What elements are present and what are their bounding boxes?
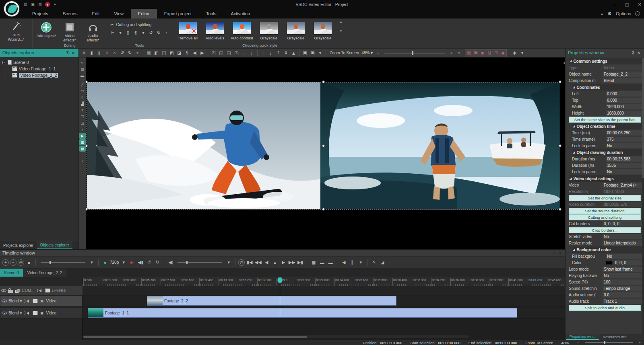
volume-dropdown-icon[interactable]: ▾ (225, 259, 232, 267)
bounds-icon[interactable]: ▣ (472, 49, 479, 57)
selection-handle[interactable] (86, 144, 88, 147)
new-project-icon[interactable]: ▤ (23, 2, 28, 7)
ellipse-tool-icon[interactable]: ○ (79, 94, 86, 100)
marker-a-icon[interactable]: ▬ (318, 259, 326, 267)
speaker-icon[interactable] (36, 289, 41, 292)
quick-style-grayscale[interactable]: Grayscale (310, 22, 335, 40)
speaker-icon[interactable]: ◀) (167, 259, 174, 267)
property-value[interactable]: No (603, 273, 643, 278)
tl-more-dropdown-icon[interactable]: ▾ (88, 259, 95, 267)
add-audio-tool-icon[interactable]: ▩ (79, 146, 86, 152)
close-panel-icon[interactable]: ✕ (557, 251, 563, 255)
fit-top-icon[interactable]: ◰ (210, 49, 217, 57)
timeline-horizontal-scrollbar[interactable] (83, 335, 469, 338)
close-panel-icon[interactable]: ✕ (70, 51, 76, 55)
add-video-tool-icon[interactable]: ▶ (79, 133, 86, 139)
tl-zoom-in-icon[interactable]: + (2, 259, 9, 266)
slider-knob[interactable] (186, 261, 188, 264)
slider-knob[interactable] (50, 261, 51, 264)
property-value[interactable]: Footage_2_2 (603, 72, 643, 77)
collapse-ribbon-icon[interactable]: ▲ (600, 12, 603, 16)
tl-stop-icon[interactable]: ■ (25, 259, 33, 267)
pin-icon[interactable]: ⊼ (65, 51, 70, 55)
rectangle-tool-icon[interactable]: ▭ (79, 88, 86, 94)
fill-gray-icon[interactable]: ▮ (96, 49, 103, 57)
blend-mode-select[interactable]: Blend▾ (8, 299, 22, 303)
property-value[interactable]: Linear interpolatio (603, 240, 643, 246)
property-value[interactable]: 0; 0; 0; 0 (603, 221, 643, 226)
add-object-button[interactable]: Add object* (36, 20, 57, 38)
help-icon[interactable]: ? (635, 11, 640, 16)
frame-back-icon[interactable]: ◀▮ (137, 259, 144, 267)
quick-style-grayscale[interactable]: Grayscale (283, 22, 308, 40)
loop-icon[interactable]: ↺ (145, 259, 153, 267)
flow-left-icon[interactable]: ◀ (191, 49, 198, 57)
property-value[interactable]: 0.000 (606, 91, 643, 97)
selection-handle[interactable] (322, 80, 325, 83)
timeline-lane[interactable]: Footage_2_2 (83, 296, 565, 306)
panel-collapse-icon[interactable]: ◂ (563, 61, 565, 65)
timeline-ruler[interactable]: 0:00000:01.90000:03.80000:05.70000:07.60… (83, 277, 565, 286)
menu-item-view[interactable]: View (107, 9, 131, 18)
quality-dropdown-icon[interactable]: ▾ (120, 259, 127, 267)
go-end-icon[interactable]: ▶▮ (297, 259, 304, 267)
visibility-icon[interactable] (1, 289, 6, 292)
zoom-dropdown-icon[interactable]: ▾ (456, 49, 462, 57)
pause-icon[interactable]: ∥ (349, 259, 356, 267)
run-wizard-button[interactable]: Run Wizard...* (6, 20, 27, 42)
subtitle-tool-icon[interactable]: ▢ (79, 113, 86, 119)
selection-handle[interactable] (86, 208, 88, 211)
circle-tool-icon[interactable]: ○ (111, 49, 118, 57)
text-tool-icon[interactable]: T (79, 107, 86, 113)
open-project-icon[interactable]: ▣ (31, 2, 35, 7)
refresh-icon[interactable]: ↻ (154, 259, 161, 267)
chart-tool-icon[interactable]: ▟ (79, 101, 86, 107)
property-value[interactable]: 0.000 (606, 98, 643, 103)
stretch-h-icon[interactable]: ↔ (241, 49, 248, 57)
speaker-icon[interactable] (24, 312, 29, 315)
crop-frame-icon[interactable]: ⊞ (493, 49, 500, 57)
property-value[interactable]: Tempo change (603, 286, 643, 291)
quickstyle-scroll-down-icon[interactable]: ▼ (339, 29, 343, 33)
fill-dark-icon[interactable]: ▮ (88, 49, 95, 57)
timeline-tab-video-footage-2-2[interactable]: Video Footage_2_2 (23, 269, 66, 277)
preview-quality-dot-icon[interactable]: ● (101, 259, 109, 267)
redo-icon[interactable]: ↻ (126, 49, 133, 57)
tl-zoom-fit-icon[interactable]: ◎ (18, 259, 24, 266)
tl-zoom-out-icon[interactable]: − (10, 259, 17, 266)
bring-front-icon[interactable]: ⇑ (275, 49, 282, 57)
menu-item-editor[interactable]: Editor (131, 9, 157, 18)
menu-item-tools[interactable]: Tools (199, 9, 224, 18)
text-flow-icon[interactable]: ¶ (184, 49, 190, 57)
canvas-zoom-slider[interactable] (384, 53, 445, 53)
stretch-v-icon[interactable]: ↕ (248, 49, 255, 57)
clip-footage_2_2[interactable]: Footage_2_2 (147, 296, 396, 306)
clip-footage_1_1[interactable]: Footage_1_1 (88, 308, 517, 318)
property-value[interactable]: 00:00:25.583 (606, 156, 643, 162)
prev-scene-icon[interactable]: ◀◀ (254, 259, 262, 267)
quick-style-auto-levels[interactable]: Auto levels (202, 22, 227, 40)
tab-resources-win-[interactable]: Resources win... (600, 334, 633, 340)
property-section-common-settings[interactable]: ◢Common settings (569, 58, 643, 64)
delete-object-icon[interactable]: ✕ (80, 49, 87, 57)
quick-style-grayscale[interactable]: Grayscale (256, 22, 281, 40)
preview-canvas[interactable]: ◂ (86, 58, 565, 249)
timeline-slider[interactable] (178, 262, 222, 263)
fit-height-icon[interactable]: ◳ (233, 49, 240, 57)
minimize-button[interactable]: – (613, 2, 616, 7)
property-value[interactable]: Track 1 (603, 299, 643, 304)
menu-item-export-project[interactable]: Export project (157, 9, 199, 18)
tooltip-tool-icon[interactable]: ◳ (79, 120, 86, 126)
more-dropdown-icon[interactable]: ▾ (134, 49, 141, 57)
clock-icon[interactable]: ◷ (238, 259, 245, 266)
property-value[interactable]: 375 (606, 137, 643, 142)
zoom-slider[interactable] (585, 342, 633, 343)
tree-node-video-footage_1_1[interactable]: Video Footage_1_1 (2, 66, 77, 72)
cursor-to-playhead-icon[interactable]: ▲ (271, 259, 279, 267)
visibility-icon[interactable] (2, 300, 7, 302)
selection-handle[interactable] (559, 80, 561, 83)
next-scene-icon[interactable]: ▶▶ (288, 259, 295, 267)
record-icon[interactable]: ● (45, 2, 50, 7)
rewind-icon[interactable]: ◀ (340, 259, 347, 267)
vsdc-logo[interactable] (4, 1, 19, 16)
